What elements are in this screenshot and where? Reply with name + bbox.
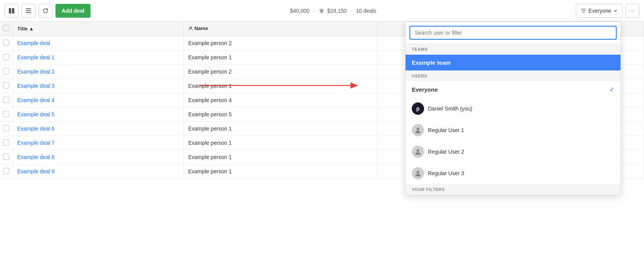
row-title-1: Example deal 1: [13, 50, 184, 65]
weighted-value: $28,150: [327, 8, 347, 14]
svg-point-7: [417, 128, 419, 131]
selected-checkmark: ✓: [609, 86, 614, 93]
chevron-down-icon: [614, 9, 617, 13]
more-options-button[interactable]: ···: [626, 4, 639, 18]
filter-icon: [581, 8, 586, 13]
everyone-label: Everyone: [589, 8, 611, 14]
list-view-button[interactable]: [22, 4, 35, 18]
person-icon: [188, 26, 193, 31]
scale-icon: [319, 8, 324, 13]
search-input[interactable]: [409, 26, 617, 40]
row-checkbox-2[interactable]: [0, 65, 13, 79]
regular-user-1-item[interactable]: Regular User 1: [406, 119, 621, 141]
regular-user-3-avatar: [412, 167, 424, 179]
svg-point-8: [417, 149, 419, 152]
kanban-view-button[interactable]: [5, 4, 18, 18]
row-title-5: Example deal 5: [13, 107, 184, 122]
row-name-6: Example person 1: [183, 122, 377, 136]
row-title-9: Example deal 9: [13, 164, 184, 179]
toolbar-right: Everyone ···: [576, 4, 639, 18]
row-title-7: Example deal 7: [13, 136, 184, 150]
name-column-header[interactable]: Name: [183, 22, 377, 36]
toolbar-stats: $40,000 · $28,150 · 10 deals: [94, 8, 573, 14]
row-name-5: Example person 5: [183, 107, 377, 122]
everyone-item[interactable]: Everyone ✓: [406, 81, 621, 98]
row-name-2: Example person 2: [183, 65, 377, 79]
row-checkbox-1[interactable]: [0, 50, 13, 65]
search-wrap: [406, 22, 621, 44]
row-checkbox-4[interactable]: [0, 93, 13, 107]
regular-user-1-avatar: [412, 124, 424, 136]
svg-rect-0: [9, 8, 11, 13]
row-name-4: Example person 4: [183, 93, 377, 107]
daniel-label: Daniel Smith (you): [428, 106, 472, 112]
regular-user-1-label: Regular User 1: [428, 127, 464, 133]
row-checkbox-3[interactable]: [0, 79, 13, 93]
row-title-8: Example deal 8: [13, 150, 184, 164]
deals-count: 10 deals: [356, 8, 376, 14]
svg-point-5: [190, 27, 191, 28]
regular-user-2-avatar: [412, 146, 424, 158]
svg-rect-3: [26, 10, 31, 11]
row-title-2: Example deal 2: [13, 65, 184, 79]
row-checkbox-7[interactable]: [0, 136, 13, 150]
refresh-button[interactable]: [39, 4, 52, 18]
daniel-smith-item[interactable]: p Daniel Smith (you): [406, 98, 621, 119]
row-checkbox-8[interactable]: [0, 150, 13, 164]
row-title-3: Example deal 3: [13, 79, 184, 93]
svg-rect-4: [26, 12, 31, 13]
total-value: $40,000: [290, 8, 310, 14]
everyone-filter-button[interactable]: Everyone: [576, 4, 622, 18]
team-name-label: Example team: [412, 59, 451, 66]
row-name-1: Example person 1: [183, 50, 377, 65]
row-title-4: Example deal 4: [13, 93, 184, 107]
select-all-checkbox[interactable]: [0, 22, 13, 36]
svg-rect-2: [26, 8, 31, 9]
regular-user-3-label: Regular User 3: [428, 170, 464, 176]
regular-user-3-item[interactable]: Regular User 3: [406, 163, 621, 179]
add-deal-button[interactable]: Add deal: [55, 4, 91, 18]
row-title-0: Example deal: [13, 36, 184, 50]
everyone-item-label: Everyone: [412, 86, 438, 93]
row-name-7: Example person 1: [183, 136, 377, 150]
svg-point-9: [417, 171, 419, 174]
teams-section-header: TEAMS: [406, 44, 621, 55]
svg-rect-1: [12, 8, 14, 13]
example-team-item[interactable]: Example team: [406, 55, 621, 70]
row-checkbox-0[interactable]: [0, 36, 13, 50]
row-name-9: Example person 1: [183, 164, 377, 179]
toolbar: Add deal $40,000 · $28,150 · 10 deals Ev…: [0, 0, 644, 22]
regular-user-2-item[interactable]: Regular User 2: [406, 141, 621, 163]
row-name-0: Example person 2: [183, 36, 377, 50]
users-section-header: USERS: [406, 70, 621, 81]
row-name-3: Example person 1: [183, 79, 377, 93]
row-checkbox-5[interactable]: [0, 107, 13, 122]
row-name-8: Example person 1: [183, 150, 377, 164]
regular-user-2-label: Regular User 2: [428, 149, 464, 155]
row-checkbox-9[interactable]: [0, 164, 13, 179]
title-column-header[interactable]: Title ▲: [13, 22, 184, 36]
row-checkbox-6[interactable]: [0, 122, 13, 136]
daniel-avatar: p: [412, 102, 424, 115]
user-filter-dropdown: TEAMS Example team USERS Everyone ✓ p Da…: [405, 22, 621, 179]
row-title-6: Example deal 6: [13, 122, 184, 136]
